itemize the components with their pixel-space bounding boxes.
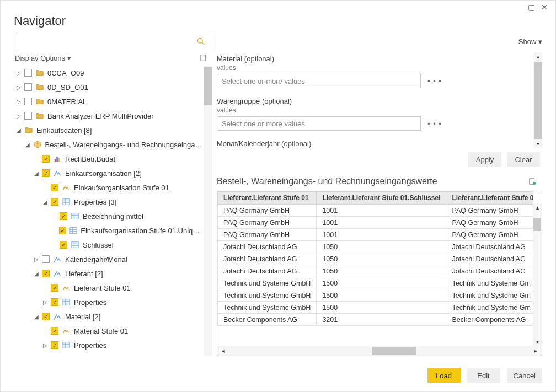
tree-scrollbar[interactable] (204, 66, 212, 356)
checkbox[interactable] (51, 341, 58, 349)
table-cell: 1050 (317, 253, 446, 265)
tree-node[interactable]: ▷0D_SD_O01 (14, 80, 204, 94)
chevron-icon[interactable]: ◢ (34, 170, 39, 176)
filter-scrollbar[interactable]: ▴▾ (533, 52, 542, 148)
table-row[interactable]: PAQ Germany GmbH1001PAQ Germany GmbH (218, 229, 533, 241)
tree-node[interactable]: ◢Einkaufsdaten [8] (14, 123, 204, 137)
tree-node[interactable]: ◢Bestell-, Wareneingangs- und Rechnungse… (14, 137, 204, 152)
export-icon[interactable] (528, 177, 537, 186)
table-vscrollbar[interactable]: ▴▾ (533, 203, 542, 346)
chevron-icon[interactable]: ▷ (16, 99, 22, 105)
table-row[interactable]: Jotachi Deutschland AG1050Jotachi Deutsc… (218, 241, 533, 253)
tree-node[interactable]: ▷Bezeichnung mittel (14, 209, 204, 223)
search-icon[interactable] (196, 37, 205, 46)
tree-node[interactable]: ▷RechBetr.Budat (14, 152, 204, 166)
preview-table[interactable]: Lieferant.Lieferant Stufe 01Lieferant.Li… (217, 191, 533, 326)
tree-node[interactable]: ▷Einkaufsorganisation Stufe 01.UniqueNa… (14, 223, 204, 238)
column-header[interactable]: Lieferant.Lieferant Stufe 01 (218, 192, 317, 205)
table-cell: Becker Components AG (446, 314, 533, 326)
table-row[interactable]: Jotachi Deutschland AG1050Jotachi Deutsc… (218, 265, 533, 277)
checkbox[interactable] (59, 227, 66, 234)
checkbox[interactable] (24, 112, 32, 120)
table-icon (71, 240, 79, 249)
tree-node[interactable]: ▷0CCA_O09 (14, 66, 204, 80)
chevron-icon[interactable]: ◢ (16, 127, 22, 133)
checkbox[interactable] (42, 155, 50, 163)
chevron-icon[interactable]: ▷ (16, 70, 22, 76)
table-row[interactable]: Technik und Systeme GmbH1500Technik und … (218, 289, 533, 302)
column-header[interactable]: Lieferant.Lieferant Stufe 01.Schlüssel (317, 192, 446, 205)
checkbox[interactable] (24, 98, 32, 105)
apply-button[interactable]: Apply (468, 152, 501, 167)
table-row[interactable]: Jotachi Deutschland AG1050Jotachi Deutsc… (218, 253, 533, 265)
chevron-icon[interactable]: ▷ (42, 299, 48, 305)
filter-more-icon[interactable]: • • • (427, 120, 442, 128)
chevron-icon[interactable]: ▷ (34, 256, 39, 262)
table-row[interactable]: Technik und Systeme GmbH1500Technik und … (218, 302, 533, 314)
svg-rect-37 (63, 342, 70, 348)
search-input[interactable] (18, 37, 196, 46)
tree-node[interactable]: ◢Lieferant [2] (14, 266, 204, 281)
filter-value-input[interactable]: Select one or more values (217, 74, 421, 88)
chevron-icon[interactable]: ◢ (34, 271, 39, 277)
table-hscrollbar[interactable]: ◂▸ (217, 346, 542, 356)
tree-node[interactable]: ▷Material Stufe 01 (14, 324, 204, 338)
checkbox[interactable] (51, 298, 58, 306)
cancel-button[interactable]: Cancel (507, 368, 542, 383)
chevron-icon[interactable]: ◢ (25, 142, 30, 148)
checkbox[interactable] (24, 69, 32, 77)
filter-more-icon[interactable]: • • • (427, 77, 442, 85)
tree-node-label: Einkaufsorganisation Stufe 01 (74, 184, 169, 192)
show-dropdown[interactable]: Show ▾ (518, 37, 542, 46)
refresh-icon[interactable] (199, 53, 208, 62)
clear-button[interactable]: Clear (507, 152, 540, 167)
checkbox[interactable] (51, 198, 58, 206)
checkbox[interactable] (51, 184, 58, 191)
table-icon (70, 226, 77, 235)
chevron-icon[interactable]: ▷ (42, 342, 48, 348)
load-button[interactable]: Load (427, 368, 461, 383)
tree-node[interactable]: ▷Lieferant Stufe 01 (14, 281, 204, 295)
checkbox[interactable] (60, 212, 67, 220)
chevron-icon[interactable]: ◢ (42, 199, 48, 205)
table-cell: 1001 (317, 229, 446, 241)
tree-node-label: RechBetr.Budat (65, 155, 115, 163)
navigator-tree[interactable]: ▷0CCA_O09▷0D_SD_O01▷0MATERIAL▷Bank Analy… (14, 66, 204, 356)
table-row[interactable]: PAQ Germany GmbH1001PAQ Germany GmbH (218, 205, 533, 217)
filter-value-input[interactable]: Select one or more values (217, 116, 421, 131)
tree-node[interactable]: ▷Properties (14, 295, 204, 309)
search-input-wrapper[interactable] (14, 34, 212, 49)
tree-node[interactable]: ▷Schlüssel (14, 238, 204, 252)
table-icon (62, 197, 71, 206)
table-icon (62, 298, 71, 307)
tree-node[interactable]: ▷Kalenderjahr/Monat (14, 252, 204, 266)
tree-node[interactable]: ◢Properties [3] (14, 195, 204, 209)
svg-point-7 (56, 171, 57, 172)
tree-node[interactable]: ▷Properties (14, 338, 204, 352)
checkbox[interactable] (51, 327, 58, 335)
tree-node[interactable]: ▷Bank Analyzer ERP MultiProvider (14, 109, 204, 123)
checkbox[interactable] (42, 255, 50, 263)
checkbox[interactable] (24, 83, 32, 91)
chevron-icon[interactable]: ◢ (34, 314, 39, 320)
checkbox[interactable] (42, 270, 50, 277)
column-header[interactable]: Lieferant.Lieferant Stufe 01. (446, 192, 533, 205)
chevron-icon[interactable]: ▷ (16, 113, 22, 119)
table-row[interactable]: Becker Components AG3201Becker Component… (218, 314, 533, 326)
tree-node[interactable]: ◢Einkaufsorganisation [2] (14, 166, 204, 180)
tree-node[interactable]: ▷0MATERIAL (14, 94, 204, 109)
tree-node[interactable]: ◢Material [2] (14, 309, 204, 324)
checkbox[interactable] (42, 313, 50, 320)
display-options-dropdown[interactable]: Display Options ▾ (15, 54, 71, 62)
table-row[interactable]: PAQ Germany GmbH1001PAQ Germany GmbH (218, 217, 533, 229)
checkbox[interactable] (42, 169, 50, 177)
checkbox[interactable] (60, 241, 67, 249)
checkbox[interactable] (51, 284, 58, 292)
chevron-icon[interactable]: ▷ (16, 84, 22, 90)
tree-node[interactable]: ▷Einkaufsorganisation Stufe 01 (14, 180, 204, 195)
close-button[interactable]: ✕ (538, 3, 551, 12)
edit-button[interactable]: Edit (467, 368, 500, 383)
table-cell: 1050 (317, 265, 446, 277)
maximize-button[interactable]: ▢ (525, 3, 538, 12)
table-row[interactable]: Technik und Systeme GmbH1500Technik und … (218, 277, 533, 289)
